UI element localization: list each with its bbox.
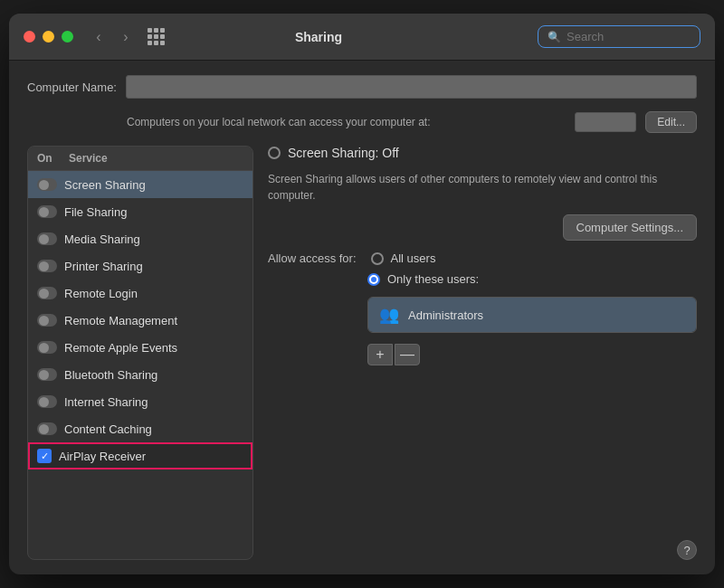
access-row-all-users: Allow access for: All users xyxy=(268,251,697,265)
service-name-remote-management: Remote Management xyxy=(64,314,177,327)
all-users-radio[interactable] xyxy=(371,252,384,265)
local-address-value xyxy=(575,112,636,132)
service-name-media-sharing: Media Sharing xyxy=(64,232,140,246)
service-item-remote-login[interactable]: Remote Login xyxy=(28,280,252,307)
add-user-button[interactable]: + xyxy=(367,344,393,365)
all-users-label: All users xyxy=(391,251,436,265)
window-title: Sharing xyxy=(100,30,538,44)
users-list: 👥 Administrators xyxy=(367,297,697,333)
service-header-name: Service xyxy=(69,152,108,165)
service-item-remote-management[interactable]: Remote Management xyxy=(28,307,252,334)
service-name-file-sharing: File Sharing xyxy=(64,205,127,219)
titlebar: ‹ › Sharing 🔍 xyxy=(9,14,715,61)
service-item-screen-sharing[interactable]: Screen Sharing xyxy=(28,171,252,198)
computer-name-row: Computer Name: xyxy=(27,75,697,99)
toggle-remote-login[interactable] xyxy=(37,287,57,299)
service-item-printer-sharing[interactable]: Printer Sharing xyxy=(28,252,252,280)
service-item-internet-sharing[interactable]: Internet Sharing xyxy=(28,388,252,415)
toggle-screen-sharing[interactable] xyxy=(37,178,57,191)
toggle-internet-sharing[interactable] xyxy=(37,395,57,408)
sharing-preferences-window: ‹ › Sharing 🔍 Computer Name: Computers o… xyxy=(9,14,715,574)
user-list-item-administrators: 👥 Administrators xyxy=(368,298,696,332)
toggle-content-caching[interactable] xyxy=(37,422,57,435)
toggle-bluetooth-sharing[interactable] xyxy=(37,368,57,381)
service-list: Screen Sharing File Sharing Media Sharin… xyxy=(28,171,252,469)
sharing-description: Screen Sharing allows users of other com… xyxy=(268,171,697,204)
administrators-icon: 👥 xyxy=(379,305,399,325)
traffic-lights xyxy=(24,31,73,43)
service-name-internet-sharing: Internet Sharing xyxy=(64,395,148,409)
checkbox-airplay-receiver[interactable]: ✓ xyxy=(37,449,52,463)
service-item-file-sharing[interactable]: File Sharing xyxy=(28,198,252,225)
main-body: On Service Screen Sharing File Sharing xyxy=(27,146,697,560)
service-name-content-caching: Content Caching xyxy=(64,422,152,436)
toggle-printer-sharing[interactable] xyxy=(37,260,57,272)
toggle-media-sharing[interactable] xyxy=(37,232,57,245)
sharing-status-row: Screen Sharing: Off xyxy=(268,146,697,160)
allow-access-label: Allow access for: xyxy=(268,251,357,265)
edit-button[interactable]: Edit... xyxy=(645,111,697,133)
screen-sharing-radio-off[interactable] xyxy=(268,147,281,159)
service-item-airplay-receiver[interactable]: ✓ AirPlay Receiver xyxy=(28,442,252,469)
toggle-remote-management[interactable] xyxy=(37,314,57,327)
computer-name-label: Computer Name: xyxy=(27,81,117,94)
service-name-screen-sharing: Screen Sharing xyxy=(64,178,146,192)
help-button[interactable]: ? xyxy=(677,540,697,560)
service-item-bluetooth-sharing[interactable]: Bluetooth Sharing xyxy=(28,361,252,388)
help-area: ? xyxy=(268,376,697,560)
service-list-header: On Service xyxy=(28,147,252,171)
sharing-status-text: Screen Sharing: Off xyxy=(288,146,399,160)
service-item-media-sharing[interactable]: Media Sharing xyxy=(28,225,252,252)
service-name-printer-sharing: Printer Sharing xyxy=(64,260,143,273)
remove-user-button[interactable]: — xyxy=(395,344,420,365)
service-panel: On Service Screen Sharing File Sharing xyxy=(27,146,253,560)
access-row-only-these: Only these users: xyxy=(268,272,697,286)
preferences-content: Computer Name: Computers on your local n… xyxy=(9,61,715,574)
administrator-name: Administrators xyxy=(408,308,483,322)
only-these-users-label: Only these users: xyxy=(387,272,479,286)
local-address-row: Computers on your local network can acce… xyxy=(127,111,697,133)
search-input[interactable] xyxy=(567,30,691,43)
search-icon: 🔍 xyxy=(548,31,561,43)
local-address-description: Computers on your local network can acce… xyxy=(127,116,566,128)
search-box[interactable]: 🔍 xyxy=(538,25,700,48)
access-section: Allow access for: All users Only these u… xyxy=(268,251,697,286)
computer-settings-button[interactable]: Computer Settings... xyxy=(563,214,698,241)
minimize-button[interactable] xyxy=(43,31,54,43)
only-these-users-radio[interactable] xyxy=(367,273,380,286)
service-header-on: On xyxy=(37,152,69,165)
service-name-airplay-receiver: AirPlay Receiver xyxy=(59,450,146,463)
service-name-remote-login: Remote Login xyxy=(64,287,138,300)
computer-name-input[interactable] xyxy=(126,75,697,99)
list-actions: + — xyxy=(367,344,697,365)
toggle-file-sharing[interactable] xyxy=(37,205,57,218)
toggle-remote-apple-events[interactable] xyxy=(37,341,57,354)
service-name-bluetooth-sharing: Bluetooth Sharing xyxy=(64,368,157,382)
service-name-remote-apple-events: Remote Apple Events xyxy=(64,341,177,355)
detail-panel: Screen Sharing: Off Screen Sharing allow… xyxy=(268,146,697,560)
maximize-button[interactable] xyxy=(62,31,73,43)
close-button[interactable] xyxy=(24,31,35,43)
service-item-content-caching[interactable]: Content Caching xyxy=(28,415,252,442)
service-item-remote-apple-events[interactable]: Remote Apple Events xyxy=(28,334,252,361)
